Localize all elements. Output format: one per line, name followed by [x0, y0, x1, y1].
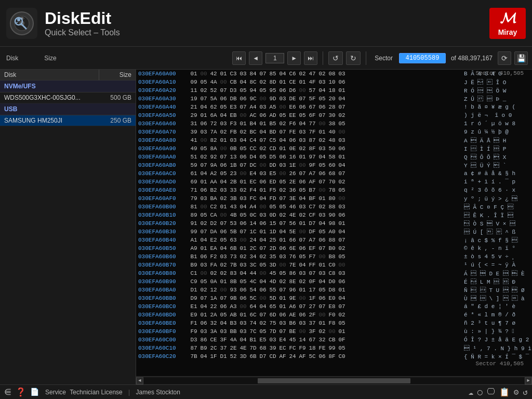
nav-prev-button[interactable]: ◄ [249, 51, 262, 65]
gear-icon[interactable]: ⚙ [514, 387, 519, 397]
hex-byte: 01 [298, 287, 307, 293]
sector-input[interactable]: 410505589 [399, 53, 446, 63]
hex-byte: 72 [209, 121, 218, 127]
hex-ascii: A  Ä Å  H [462, 137, 532, 144]
save-button[interactable]: 💾 [514, 51, 528, 65]
hex-byte: E5 [268, 170, 277, 177]
hex-address: 030EFA60B50 [136, 245, 188, 252]
refresh-status-icon[interactable]: ↺ [523, 387, 528, 397]
hex-ascii: ù : » | } ¾ ?   [462, 328, 532, 335]
disk-item-nvme[interactable]: WDS500G3XHC-00SJG0... 500 GB [0, 92, 136, 103]
hex-byte: 45 [288, 337, 297, 343]
hex-byte: 00 [317, 121, 327, 127]
h-scroll-right-button[interactable]: ► [525, 377, 532, 384]
hex-byte: 01 [317, 129, 327, 135]
hex-row: 030EFA60B008100C2014304A40005054603C7028… [136, 203, 532, 211]
hex-ascii: ñ 2 ³ t u ¶ 7 ø [462, 320, 532, 327]
hex-row: 030EFA60BA0D102120093065406550796011705D… [136, 286, 532, 294]
cloud-icon[interactable]: ☁ [468, 387, 473, 397]
hex-byte: 06 [288, 137, 297, 143]
hex-byte: 07 [278, 195, 287, 202]
hex-byte: 06 [298, 179, 307, 185]
hex-byte: 71 [189, 187, 198, 193]
hex-byte: FB [229, 129, 238, 135]
hex-byte: 00 [327, 328, 337, 335]
hex-byte: 05 [317, 162, 327, 168]
hex-row: 030EFA60C00D386CE3F4A04B1E503E445146732C… [136, 336, 532, 344]
doc-icon[interactable]: 📄 [30, 388, 39, 396]
hex-byte: 16 [288, 154, 297, 160]
hex-byte: 02 [238, 254, 248, 260]
hex-bytes: 01004201C30384078504C60247020803 [188, 70, 462, 77]
hex-byte: 00 [199, 71, 208, 77]
hex-byte: 03 [298, 137, 307, 143]
hex-byte: 07 [317, 245, 327, 251]
hex-byte: 05 [337, 187, 347, 193]
hex-byte: 18 [308, 345, 317, 351]
nav-next-button[interactable]: ► [287, 51, 301, 65]
hex-byte: 00 [337, 195, 347, 202]
hex-byte: 5E [288, 229, 297, 235]
hex-byte: F9 [298, 345, 307, 351]
hex-byte: 03 [238, 71, 248, 77]
hex-row: 030EFA60BC0E1042206A30064046501A6072707E… [136, 302, 532, 311]
hex-byte: 03 [337, 71, 347, 77]
hex-byte: 8C [248, 79, 258, 85]
hex-byte: 34 [248, 254, 258, 260]
hex-byte: CA [209, 212, 218, 218]
hex-byte: 11 [189, 87, 198, 94]
hex-byte: 04 [258, 237, 268, 243]
hex-row: 030EFA60A7039037A02FB02BC04BD07FE037F014… [136, 128, 532, 136]
hex-bytes: 29016A04EB00AC06AD05EE056F073002 [188, 112, 462, 119]
hex-byte: 05 [199, 79, 208, 85]
hex-byte: 33 [229, 187, 238, 193]
nav-last-button[interactable]: ⏭ [304, 51, 317, 65]
hex-byte: 06 [199, 121, 208, 127]
hex-byte: 03 [337, 270, 347, 276]
help-icon[interactable]: ❓ [16, 387, 26, 397]
hex-row: 030EFA60B50A901EA046B012C072D066E06EF07B… [136, 244, 532, 252]
hex-byte: 07 [337, 237, 347, 243]
hex-byte: BE [288, 328, 297, 335]
page-input[interactable] [265, 53, 284, 63]
hex-byte: 48 [327, 137, 337, 143]
layers-icon[interactable]: 📋 [499, 387, 510, 397]
hex-byte: 00 [258, 204, 268, 210]
hex-byte: BF [308, 195, 317, 202]
hex-byte: A3 [229, 303, 238, 310]
hex-byte: 04 [258, 195, 268, 202]
monitor-icon[interactable]: 🖵 [487, 387, 495, 397]
hex-address: 030EFA60A50 [136, 112, 188, 119]
hex-byte: 06 [219, 303, 228, 310]
nav-first-button[interactable]: ⏮ [232, 51, 246, 65]
grid-icon[interactable]: ⋹ [4, 387, 11, 397]
hex-byte: C4 [248, 137, 258, 143]
hex-byte: 8A [209, 145, 218, 152]
hex-byte: 91 [189, 220, 198, 227]
circle-icon[interactable]: ◯ [477, 387, 483, 397]
disk-item-samsung[interactable]: SAMSUNG HM250JI 250 GB [0, 115, 136, 126]
hex-bytes: 39037A02FB02BC04BD07FE037F014000 [188, 128, 462, 136]
hex-byte: 02 [337, 112, 347, 118]
refresh-button[interactable]: ⟳ [498, 51, 511, 65]
hex-byte: 00 [219, 79, 228, 85]
hex-bytes: 7106B2033302F401F5023605B7007805 [188, 187, 462, 194]
h-scroll-track[interactable] [143, 378, 525, 384]
hex-address: 030EFA60AC0 [136, 170, 188, 177]
h-scroll-left-button[interactable]: ◄ [136, 377, 143, 384]
hex-byte: 86 [288, 270, 297, 276]
size-label: Size [23, 55, 58, 62]
hex-byte: 88 [327, 237, 337, 243]
hex-ascii:  Ú [ ^ ß [462, 228, 532, 236]
hex-row: 030EFA60A2011025207D30594059506D60057041… [136, 86, 532, 95]
h-scroll-thumb[interactable] [258, 378, 410, 383]
undo-button[interactable]: ↺ [328, 51, 343, 65]
hex-byte: 06 [238, 154, 248, 160]
hex-byte: C0 [337, 353, 347, 360]
hex-byte: 01 [278, 303, 287, 310]
hex-address: 030EFA60A00 [136, 70, 188, 77]
hex-bytes: 59079A061B07DC00DD031E009F056004 [188, 162, 462, 169]
hex-byte: 04 [317, 87, 327, 94]
hex-byte: F9 [189, 328, 198, 335]
redo-button[interactable]: ↻ [346, 51, 361, 65]
